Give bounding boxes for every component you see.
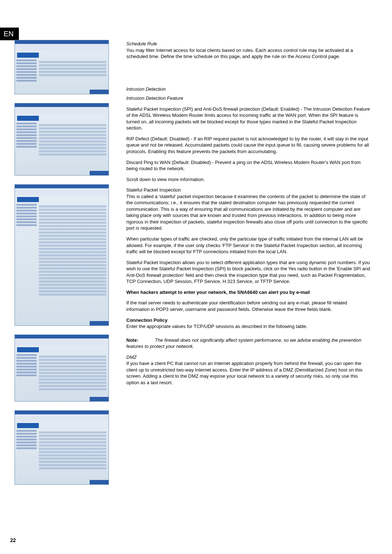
text-column: Schedule Rule You may filter Internet ac… bbox=[126, 40, 370, 539]
screenshot-intrusion-detection bbox=[15, 103, 109, 176]
paragraph-spi-traffic: When particular types of traffic are che… bbox=[126, 236, 370, 255]
language-badge: EN bbox=[0, 28, 19, 40]
body-dmz: If you have a client PC that cannot run … bbox=[126, 360, 370, 386]
screenshot-connection-policy bbox=[15, 335, 109, 402]
note-firewall: Note: The firewall does not significantl… bbox=[126, 337, 370, 350]
heading-dmz: DMZ bbox=[126, 354, 370, 361]
paragraph-rip-defect: RIP Defect (Default: Disabled) - If an R… bbox=[126, 136, 370, 155]
paragraph-spi-explain: This is called a 'stateful' packet inspe… bbox=[126, 193, 370, 231]
page-content: Schedule Rule You may filter Internet ac… bbox=[15, 40, 370, 539]
paragraph-mail-auth: If the mail server needs to authenticate… bbox=[126, 300, 370, 312]
heading-connection-policy: Connection Policy bbox=[126, 317, 370, 324]
heading-stateful-inspection: Stateful Packet Inspection bbox=[126, 187, 370, 193]
paragraph-discard-ping: Discard Ping to WAN (Default: Disabled) … bbox=[126, 159, 370, 172]
heading-hacker-alert: When hackers attempt to enter your netwo… bbox=[126, 289, 370, 296]
heading-intrusion-detection: Intrusion Detection bbox=[126, 86, 370, 93]
heading-schedule-rule: Schedule Rule bbox=[126, 41, 370, 47]
note-label: Note: bbox=[126, 337, 138, 343]
screenshot-dmz bbox=[15, 410, 109, 485]
paragraph-connection-policy: Enter the appropriate values for TCP/UDP… bbox=[126, 323, 370, 330]
paragraph-spi-apps: Stateful Packet Inspection allows you to… bbox=[126, 259, 370, 285]
screenshot-stateful-inspection bbox=[15, 184, 109, 326]
section-dmz: DMZ If you have a client PC that cannot … bbox=[126, 354, 370, 386]
subheading-intrusion-feature: Intrusion Detection Feature bbox=[126, 95, 370, 102]
screenshot-schedule-rule bbox=[15, 40, 109, 94]
screenshot-column bbox=[15, 40, 116, 539]
body-schedule-rule: You may filter Internet access for local… bbox=[126, 47, 370, 60]
section-schedule-rule: Schedule Rule You may filter Internet ac… bbox=[126, 41, 370, 60]
page-number: 22 bbox=[10, 537, 16, 543]
section-intrusion-detection: Intrusion Detection Intrusion Detection … bbox=[126, 86, 370, 350]
paragraph-spi-default: Stateful Packet Inspection (SPI) and Ant… bbox=[126, 106, 370, 131]
paragraph-scroll-hint: Scroll down to view more information. bbox=[126, 176, 370, 183]
